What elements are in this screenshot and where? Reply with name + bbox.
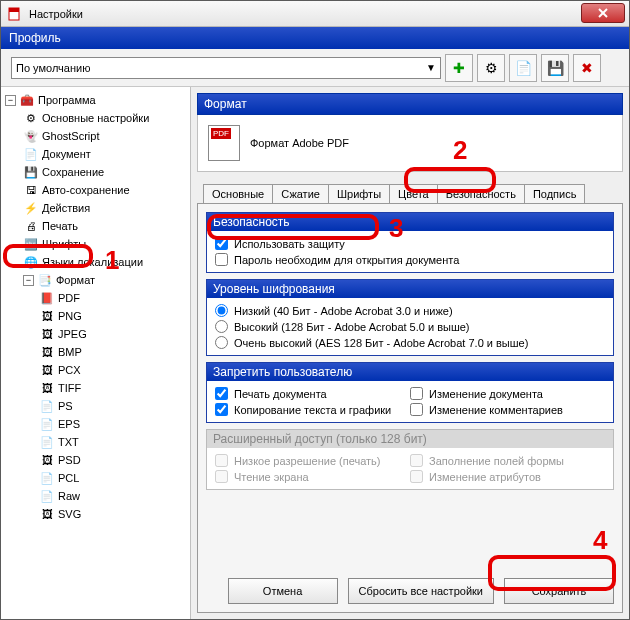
deny-change-comments-checkbox[interactable]: [410, 403, 423, 416]
add-profile-button[interactable]: ✚: [445, 54, 473, 82]
tree-format[interactable]: 🖼PCX: [3, 361, 188, 379]
png-icon: 🖼: [39, 308, 55, 324]
printer-icon: 🖨: [23, 218, 39, 234]
tree-format[interactable]: 📄PCL: [3, 469, 188, 487]
tree-format[interactable]: 📄EPS: [3, 415, 188, 433]
adv-lowres-checkbox: [215, 454, 228, 467]
tree-format[interactable]: 🖼JPEG: [3, 325, 188, 343]
adv-fillforms-checkbox: [410, 454, 423, 467]
use-protection-row[interactable]: Использовать защиту: [215, 237, 605, 250]
tab-colors[interactable]: Цвета: [389, 184, 438, 203]
tree-root-program[interactable]: − 🧰 Программа: [3, 91, 188, 109]
group-encryption: Уровень шифрования Низкий (40 Бит - Adob…: [206, 279, 614, 356]
reset-button[interactable]: Сбросить все настройки: [348, 578, 494, 604]
group-title: Запретить пользователю: [207, 363, 613, 381]
adv-screen-row: Чтение экрана: [215, 470, 406, 483]
enc-aes-radio[interactable]: [215, 336, 228, 349]
deny-copy-checkbox[interactable]: [215, 403, 228, 416]
svg-icon: 🖼: [39, 506, 55, 522]
deny-change-doc-checkbox[interactable]: [410, 387, 423, 400]
enc-aes-row[interactable]: Очень высокий (AES 128 Бит - Adobe Acrob…: [215, 336, 605, 349]
tree-item[interactable]: ⚡Действия: [3, 199, 188, 217]
enc-low-row[interactable]: Низкий (40 Бит - Adobe Acrobat 3.0 и ниж…: [215, 304, 605, 317]
tree-item[interactable]: 📄Документ: [3, 145, 188, 163]
enc-high-row[interactable]: Высокий (128 Бит - Adobe Acrobat 5.0 и в…: [215, 320, 605, 333]
settings-window: Настройки Профиль По умолчанию ▼ ✚ ⚙ 📄 💾…: [0, 0, 630, 620]
tree-format[interactable]: 🖼PSD: [3, 451, 188, 469]
format-name: Формат Adobe PDF: [250, 137, 349, 149]
document-icon: 📄: [23, 146, 39, 162]
save-toolbar-button[interactable]: 💾: [541, 54, 569, 82]
nav-tree[interactable]: − 🧰 Программа ⚙Основные настройки 👻Ghost…: [1, 87, 191, 619]
tree-item[interactable]: 💾Сохранение: [3, 163, 188, 181]
profile-select[interactable]: По умолчанию ▼: [11, 57, 441, 79]
tool-button-1[interactable]: ⚙: [477, 54, 505, 82]
document-icon: 📄: [515, 60, 532, 76]
close-icon: [598, 8, 608, 18]
tree-format[interactable]: 📄PS: [3, 397, 188, 415]
auto-save-icon: 🖫: [23, 182, 39, 198]
tree-format-label: Формат: [56, 274, 95, 286]
tree-item[interactable]: 🌐Языки локализации: [3, 253, 188, 271]
tree-format[interactable]: 🖼PNG: [3, 307, 188, 325]
tree-format[interactable]: 🖼TIFF: [3, 379, 188, 397]
txt-icon: 📄: [39, 434, 55, 450]
group-title: Расширенный доступ (только 128 бит): [207, 430, 613, 448]
deny-print-row[interactable]: Печать документа: [215, 387, 406, 400]
tool-button-2[interactable]: 📄: [509, 54, 537, 82]
titlebar: Настройки: [1, 1, 629, 27]
floppy-icon: 💾: [547, 60, 564, 76]
close-button[interactable]: [581, 3, 625, 23]
collapse-icon[interactable]: −: [23, 275, 34, 286]
tab-compression[interactable]: Сжатие: [272, 184, 329, 203]
tree-format[interactable]: 📕PDF: [3, 289, 188, 307]
tab-signature[interactable]: Подпись: [524, 184, 586, 203]
use-protection-label: Использовать защиту: [234, 238, 345, 250]
floppy-icon: 💾: [23, 164, 39, 180]
open-password-checkbox[interactable]: [215, 253, 228, 266]
enc-high-radio[interactable]: [215, 320, 228, 333]
app-icon: [7, 6, 23, 22]
save-button[interactable]: Сохранить: [504, 578, 614, 604]
collapse-icon[interactable]: −: [5, 95, 16, 106]
use-protection-checkbox[interactable]: [215, 237, 228, 250]
cross-icon: ✖: [581, 60, 593, 76]
tree-format[interactable]: 📄Raw: [3, 487, 188, 505]
tree-format[interactable]: 📄TXT: [3, 433, 188, 451]
tab-fonts[interactable]: Шрифты: [328, 184, 390, 203]
deny-change-comments-row[interactable]: Изменение комментариев: [410, 403, 601, 416]
open-password-label: Пароль необходим для открытия документа: [234, 254, 459, 266]
panel-title: Формат: [197, 93, 623, 115]
tab-general[interactable]: Основные: [203, 184, 273, 203]
psd-icon: 🖼: [39, 452, 55, 468]
group-deny: Запретить пользователю Печать документа …: [206, 362, 614, 423]
profile-selected: По умолчанию: [16, 62, 90, 74]
tab-content: Безопасность Использовать защиту Пароль …: [197, 203, 623, 613]
actions-icon: ⚡: [23, 200, 39, 216]
tree-item[interactable]: ⚙Основные настройки: [3, 109, 188, 127]
deny-print-checkbox[interactable]: [215, 387, 228, 400]
tab-security[interactable]: Безопасность: [437, 184, 525, 203]
tree-item[interactable]: 🖨Печать: [3, 217, 188, 235]
plus-icon: ✚: [453, 60, 465, 76]
tree-item-format[interactable]: − 📑 Формат: [3, 271, 188, 289]
deny-change-doc-row[interactable]: Изменение документа: [410, 387, 601, 400]
tabs: Основные Сжатие Шрифты Цвета Безопасност…: [197, 184, 623, 203]
cancel-button[interactable]: Отмена: [228, 578, 338, 604]
tree-item[interactable]: 🖫Авто-сохранение: [3, 181, 188, 199]
bmp-icon: 🖼: [39, 344, 55, 360]
jpeg-icon: 🖼: [39, 326, 55, 342]
tree-item[interactable]: 👻GhostScript: [3, 127, 188, 145]
ghost-icon: 👻: [23, 128, 39, 144]
open-password-row[interactable]: Пароль необходим для открытия документа: [215, 253, 605, 266]
eps-icon: 📄: [39, 416, 55, 432]
tree-item[interactable]: 🔤Шрифты: [3, 235, 188, 253]
tree-format[interactable]: 🖼BMP: [3, 343, 188, 361]
adv-attrs-checkbox: [410, 470, 423, 483]
pdf-icon: 📕: [39, 290, 55, 306]
delete-profile-button[interactable]: ✖: [573, 54, 601, 82]
group-advanced: Расширенный доступ (только 128 бит) Низк…: [206, 429, 614, 490]
deny-copy-row[interactable]: Копирование текста и графики: [215, 403, 406, 416]
tree-format[interactable]: 🖼SVG: [3, 505, 188, 523]
enc-low-radio[interactable]: [215, 304, 228, 317]
